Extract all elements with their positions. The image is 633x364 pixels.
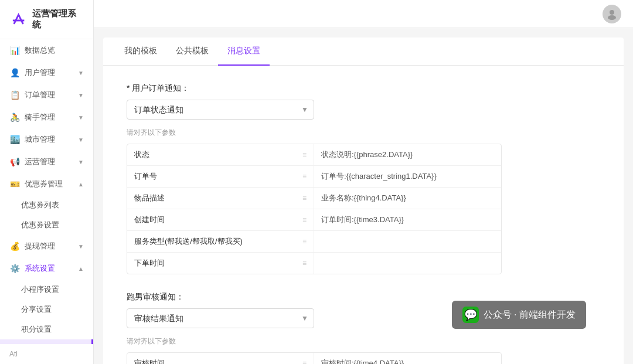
sidebar-item-ops-label: 运营管理 [25, 157, 55, 167]
form-area: * 用户订单通知： 订单状态通知其他通知 ▼ 请对齐以下参数 状态 ≡ [103, 66, 624, 364]
sidebar-item-msg-settings[interactable]: 订阅消息设置 [0, 339, 93, 344]
order-icon: 📋 [9, 90, 20, 100]
sidebar-item-coupon-list-label: 优惠券列表 [21, 200, 59, 210]
table-row: 物品描述 ≡ 业务名称:{{thing4.DATA}} [127, 188, 501, 209]
sidebar-item-coupon-list[interactable]: 优惠券列表 [0, 195, 93, 215]
sidebar-footer: Ati [0, 344, 93, 364]
sidebar-item-points-label: 积分设置 [21, 324, 52, 335]
tab-msg-settings[interactable]: 消息设置 [218, 38, 270, 66]
user-order-section: * 用户订单通知： 订单状态通知其他通知 ▼ 请对齐以下参数 状态 ≡ [127, 83, 600, 274]
rider-audit-select[interactable]: 审核结果通知其他通知 [127, 308, 314, 328]
sidebar-item-settings[interactable]: ⚙️ 系统设置 ▲ [0, 257, 93, 280]
coupon-icon: 🎫 [9, 179, 20, 189]
rider-audit-params-table: 审核时间 ≡ 审核时间:{{time4.DATA}} 审核结果 ≡ 审核结果:{ [127, 352, 502, 364]
sidebar-item-share[interactable]: 分享设置 [0, 300, 93, 319]
top-bar [94, 0, 633, 28]
sidebar-item-settings-label: 系统设置 [25, 263, 55, 274]
drag-icon[interactable]: ≡ [302, 172, 307, 181]
sidebar-item-ops[interactable]: 📢 运营管理 ▼ [0, 151, 93, 173]
chevron-up-icon: ▲ [78, 266, 84, 272]
sidebar-item-city[interactable]: 🏙️ 城市管理 ▼ [0, 128, 93, 151]
chevron-down-icon: ▼ [78, 92, 84, 98]
sidebar-item-order[interactable]: 📋 订单管理 ▼ [0, 84, 93, 106]
sidebar: 运营管理系统 📊 数据总览 👤 用户管理 ▼ 📋 订单管理 ▼ 🚴 骑手管理 ▼… [0, 0, 94, 364]
main-content: 我的模板 公共模板 消息设置 * 用户订单通知： 订单状态通知其他通知 [94, 0, 633, 364]
tab-my-template[interactable]: 我的模板 [115, 38, 166, 66]
chevron-down-icon: ▼ [78, 70, 84, 76]
user-order-params-table: 状态 ≡ 状态说明:{{phrase2.DATA}} 订单号 ≡ 订单号:{{c [127, 144, 502, 274]
city-icon: 🏙️ [9, 134, 20, 145]
user-icon: 👤 [9, 67, 20, 78]
sidebar-item-rider-label: 骑手管理 [25, 112, 55, 123]
user-order-select-wrapper: 订单状态通知其他通知 ▼ [127, 100, 314, 120]
table-row: 创建时间 ≡ 订单时间:{{time3.DATA}} [127, 209, 501, 231]
table-row: 服务类型(帮我送/帮我取/帮我买) ≡ [127, 231, 501, 253]
tab-public-template[interactable]: 公共模板 [166, 38, 218, 66]
sidebar-item-coupon-label: 优惠券管理 [25, 179, 63, 189]
chevron-down-icon: ▼ [78, 159, 84, 165]
user-order-select[interactable]: 订单状态通知其他通知 [127, 100, 314, 120]
chevron-up-icon: ▲ [78, 181, 84, 188]
drag-icon[interactable]: ≡ [302, 216, 307, 224]
table-row: 订单号 ≡ 订单号:{{character_string1.DATA}} [127, 166, 501, 188]
user-avatar[interactable] [603, 5, 621, 23]
rider-audit-params-hint: 请对齐以下参数 [127, 336, 600, 346]
drag-icon[interactable]: ≡ [302, 259, 307, 267]
sidebar-item-order-label: 订单管理 [25, 90, 55, 100]
withdraw-icon: 💰 [9, 241, 20, 251]
sidebar-item-coupon[interactable]: 🎫 优惠券管理 ▲ [0, 173, 93, 195]
sidebar-item-miniapp-label: 小程序设置 [21, 284, 59, 295]
drag-icon[interactable]: ≡ [302, 194, 307, 202]
content-card: 我的模板 公共模板 消息设置 * 用户订单通知： 订单状态通知其他通知 [103, 38, 624, 364]
sidebar-item-coupon-settings[interactable]: 优惠券设置 [0, 215, 93, 235]
sidebar-item-dashboard-label: 数据总览 [25, 45, 55, 56]
rider-audit-section: 跑男审核通知： 审核结果通知其他通知 ▼ 请对齐以下参数 审核时间 ≡ [127, 292, 600, 364]
drag-icon[interactable]: ≡ [302, 237, 307, 246]
chevron-down-icon: ▼ [78, 114, 84, 121]
sidebar-item-city-label: 城市管理 [25, 134, 55, 145]
rider-audit-label: 跑男审核通知： [127, 292, 600, 302]
svg-point-0 [610, 10, 614, 15]
sidebar-item-dashboard[interactable]: 📊 数据总览 [0, 39, 93, 62]
logo-icon [9, 10, 28, 29]
tabs-bar: 我的模板 公共模板 消息设置 [103, 38, 624, 66]
ops-icon: 📢 [9, 157, 20, 167]
sidebar-item-miniapp[interactable]: 小程序设置 [0, 280, 93, 300]
rider-icon: 🚴 [9, 112, 20, 123]
content-area: 我的模板 公共模板 消息设置 * 用户订单通知： 订单状态通知其他通知 [94, 28, 633, 364]
sidebar-item-rider[interactable]: 🚴 骑手管理 ▼ [0, 106, 93, 128]
sidebar-header: 运营管理系统 [0, 0, 93, 39]
sidebar-item-coupon-settings-label: 优惠券设置 [21, 220, 59, 230]
sidebar-item-points[interactable]: 积分设置 [0, 319, 93, 339]
sidebar-item-withdraw-label: 提现管理 [25, 241, 55, 251]
drag-icon[interactable]: ≡ [302, 359, 307, 364]
dashboard-icon: 📊 [9, 45, 20, 56]
table-row: 下单时间 ≡ [127, 253, 501, 274]
chevron-down-icon: ▼ [78, 243, 84, 250]
sidebar-item-user-label: 用户管理 [25, 67, 55, 78]
table-row: 状态 ≡ 状态说明:{{phrase2.DATA}} [127, 144, 501, 166]
svg-point-1 [608, 15, 616, 20]
user-order-params-hint: 请对齐以下参数 [127, 128, 600, 138]
settings-icon: ⚙️ [9, 263, 20, 274]
sidebar-item-withdraw[interactable]: 💰 提现管理 ▼ [0, 235, 93, 257]
rider-audit-select-wrapper: 审核结果通知其他通知 ▼ [127, 308, 314, 328]
user-order-label: * 用户订单通知： [127, 83, 600, 94]
sidebar-item-share-label: 分享设置 [21, 304, 52, 315]
table-row: 审核时间 ≡ 审核时间:{{time4.DATA}} [127, 353, 501, 364]
chevron-down-icon: ▼ [78, 137, 84, 143]
sidebar-footer-text: Ati [9, 350, 18, 358]
drag-icon[interactable]: ≡ [302, 151, 307, 159]
sidebar-menu: 📊 数据总览 👤 用户管理 ▼ 📋 订单管理 ▼ 🚴 骑手管理 ▼ 🏙️ 城市管… [0, 39, 93, 344]
app-title: 运营管理系统 [32, 8, 84, 30]
sidebar-item-user[interactable]: 👤 用户管理 ▼ [0, 62, 93, 84]
